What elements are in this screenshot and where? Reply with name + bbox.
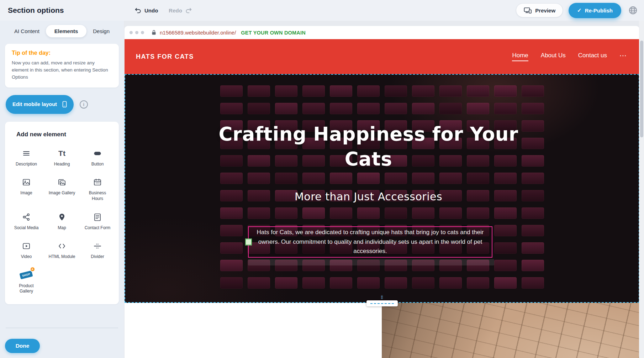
tab-design[interactable]: Design xyxy=(89,25,113,37)
description-icon xyxy=(22,148,31,159)
phone-icon xyxy=(61,101,68,108)
republish-button[interactable]: ✓ Re-Publish xyxy=(569,3,621,18)
element-image[interactable]: Image xyxy=(9,177,44,201)
section-resize-handle[interactable]: ↕ xyxy=(366,296,398,306)
site-preview-frame: n1566589.websitebuilder.online/ GET YOUR… xyxy=(125,26,639,358)
topbar-actions: Preview ✓ Re-Publish xyxy=(516,3,639,18)
sidebar-bottom: Done xyxy=(5,328,119,358)
hero-subheading[interactable]: More than Just Accessories xyxy=(125,190,612,203)
social-media-icon xyxy=(22,212,31,222)
divider-icon xyxy=(93,241,102,251)
element-image-gallery[interactable]: Image Gallery xyxy=(44,177,80,201)
globe-icon xyxy=(628,5,638,15)
element-divider[interactable]: Divider xyxy=(80,241,115,260)
sidebar-tabs: AI Content Elements Design xyxy=(5,21,119,37)
product-gallery-icon: SHOP + xyxy=(20,270,32,280)
info-icon[interactable]: i xyxy=(80,100,88,109)
check-icon: ✓ xyxy=(577,7,582,14)
history-controls: Undo Redo xyxy=(134,7,192,14)
image-icon xyxy=(22,177,31,188)
hero-heading[interactable]: Crafting Happiness for Your Cats xyxy=(216,122,522,172)
hero-paragraph: Hats for Cats, we are dedicated to craft… xyxy=(251,228,490,256)
next-section-preview xyxy=(125,303,639,358)
hero-background: Crafting Happiness for Your Cats More th… xyxy=(125,75,639,302)
tip-of-the-day-card: Tip of the day: Now you can add, move an… xyxy=(5,44,119,88)
add-new-element-card: Add new element Description Tt Heading xyxy=(5,122,119,304)
site-nav: Home About Us Contact us ⋯ xyxy=(512,52,627,61)
nav-more-icon[interactable]: ⋯ xyxy=(619,56,627,58)
button-icon xyxy=(93,148,102,159)
nav-item-contact-us[interactable]: Contact us xyxy=(578,52,607,61)
business-hours-icon xyxy=(93,177,102,188)
undo-icon xyxy=(134,7,142,14)
element-business-hours[interactable]: Business Hours xyxy=(80,177,115,201)
paving-photo xyxy=(382,303,639,358)
redo-icon xyxy=(185,7,192,14)
image-gallery-icon xyxy=(57,177,67,188)
page-title: Section options xyxy=(8,6,64,15)
resize-arrows-icon: ↕ xyxy=(381,294,384,299)
map-icon xyxy=(57,212,67,222)
video-icon xyxy=(22,241,31,251)
element-grid: Description Tt Heading Button Ima xyxy=(9,148,115,294)
tab-ai-content[interactable]: AI Content xyxy=(11,25,43,37)
done-button[interactable]: Done xyxy=(5,339,40,353)
edit-mobile-layout-button[interactable]: Edit mobile layout xyxy=(6,95,74,114)
nav-item-about-us[interactable]: About Us xyxy=(541,52,566,61)
scrollbar-thumb[interactable] xyxy=(640,41,643,137)
element-map[interactable]: Map xyxy=(44,212,80,231)
element-video[interactable]: Video xyxy=(9,241,44,260)
tab-elements[interactable]: Elements xyxy=(46,25,87,37)
add-element-title: Add new element xyxy=(9,131,115,138)
element-product-gallery[interactable]: SHOP + Product Gallery xyxy=(9,270,44,294)
devices-icon xyxy=(523,7,532,14)
nav-item-home[interactable]: Home xyxy=(512,52,528,61)
hero-content: Crafting Happiness for Your Cats More th… xyxy=(125,75,612,302)
element-heading[interactable]: Tt Heading xyxy=(44,148,80,167)
editor-canvas-area: n1566589.websitebuilder.online/ GET YOUR… xyxy=(124,21,644,358)
element-button[interactable]: Button xyxy=(80,148,115,167)
html-module-icon xyxy=(57,241,67,251)
element-drag-handle[interactable] xyxy=(245,239,252,246)
tip-title: Tip of the day: xyxy=(12,50,112,56)
preview-button[interactable]: Preview xyxy=(516,3,563,17)
top-toolbar: Section options Undo Redo Preview xyxy=(0,0,644,21)
mobile-layout-row: Edit mobile layout i xyxy=(5,95,119,114)
browser-bar: n1566589.websitebuilder.online/ GET YOUR… xyxy=(125,26,639,39)
element-social-media[interactable]: Social Media xyxy=(9,212,44,231)
contact-form-icon xyxy=(93,212,102,222)
preview-scrollbar xyxy=(639,21,644,358)
language-globe-button[interactable] xyxy=(627,4,639,16)
hero-section-selected[interactable]: Crafting Happiness for Your Cats More th… xyxy=(125,74,639,303)
heading-icon: Tt xyxy=(58,148,65,159)
tip-body: Now you can add, move and resize any ele… xyxy=(12,59,112,81)
site-header: HATS FOR CATS Home About Us Contact us ⋯ xyxy=(125,39,639,74)
element-contact-form[interactable]: Contact Form xyxy=(80,212,115,231)
element-html-module[interactable]: HTML Module xyxy=(44,241,80,260)
site-logo[interactable]: HATS FOR CATS xyxy=(136,53,194,60)
drop-placeholder xyxy=(248,259,494,265)
section-options-sidebar: AI Content Elements Design Tip of the da… xyxy=(0,21,124,358)
get-domain-link[interactable]: GET YOUR OWN DOMAIN xyxy=(241,30,306,36)
lock-icon xyxy=(151,30,157,36)
site-url[interactable]: n1566589.websitebuilder.online/ xyxy=(160,30,236,36)
app-root: Section options Undo Redo Preview xyxy=(0,0,644,358)
element-description[interactable]: Description xyxy=(9,148,44,167)
next-section-blank xyxy=(125,303,382,358)
undo-button[interactable]: Undo xyxy=(134,7,158,14)
paragraph-element-selected[interactable]: Hats for Cats, we are dedicated to craft… xyxy=(248,226,492,258)
sidebar-divider xyxy=(6,328,118,328)
redo-button[interactable]: Redo xyxy=(169,7,192,14)
window-dots-icon xyxy=(130,31,144,34)
